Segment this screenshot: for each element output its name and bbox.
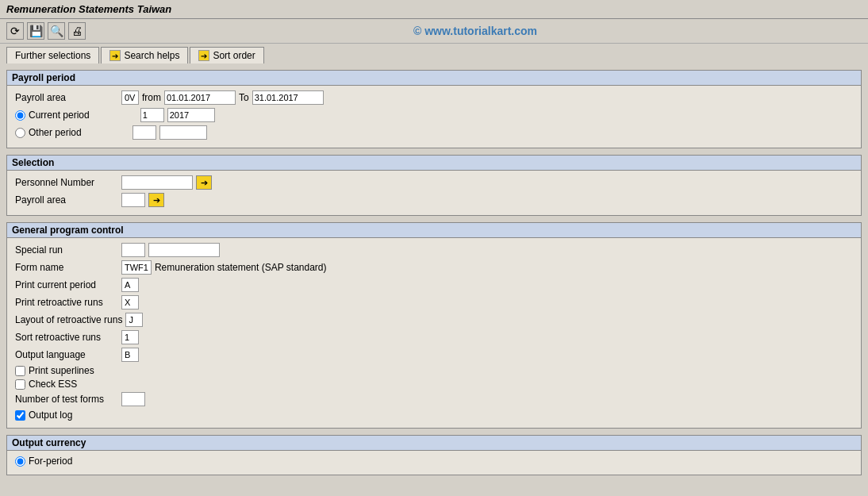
from-label: from <box>142 92 161 103</box>
num-test-forms-label: Number of test forms <box>15 394 118 405</box>
check-ess-row: Check ESS <box>15 379 853 390</box>
selection-body: Personnel Number ➔ Payroll area ➔ <box>7 171 861 215</box>
tab-sort-order[interactable]: ➔ Sort order <box>190 47 263 63</box>
payroll-area-selection-input[interactable] <box>121 193 145 207</box>
other-period-radio-label[interactable]: Other period <box>15 127 82 138</box>
layout-retro-value[interactable]: J <box>125 313 143 327</box>
special-run-label: Special run <box>15 244 118 256</box>
for-period-radio[interactable] <box>15 456 25 467</box>
save-icon[interactable]: 💾 <box>27 22 44 40</box>
personnel-number-arrow-btn[interactable]: ➔ <box>196 175 212 190</box>
output-currency-header: Output currency <box>7 436 861 451</box>
payroll-area-value[interactable]: 0V <box>121 90 139 105</box>
general-program-control-body: Special run Form name TWF1 Remuneration … <box>7 238 861 428</box>
output-lang-row: Output language B <box>15 348 853 362</box>
other-period-radio[interactable] <box>15 128 25 138</box>
sort-order-label: Sort order <box>213 50 255 61</box>
payroll-period-header: Payroll period <box>7 71 861 86</box>
personnel-number-row: Personnel Number ➔ <box>15 175 853 190</box>
further-selections-label: Further selections <box>15 50 90 61</box>
to-date-input[interactable] <box>252 90 324 105</box>
tab-bar: Further selections ➔ Search helps ➔ Sort… <box>0 44 868 67</box>
tab-further-selections[interactable]: Further selections <box>6 47 99 63</box>
form-name-value[interactable]: TWF1 <box>121 260 152 275</box>
output-currency-body: For-period <box>7 451 861 475</box>
sort-retro-label: Sort retroactive runs <box>15 332 118 343</box>
current-period-year-input[interactable] <box>167 108 215 122</box>
print-retro-label: Print retroactive runs <box>15 297 118 308</box>
payroll-period-section: Payroll period Payroll area 0V from To C… <box>6 70 862 148</box>
payroll-period-body: Payroll area 0V from To Current period <box>7 86 861 148</box>
output-log-row: Output log <box>15 409 853 421</box>
payroll-area-label: Payroll area <box>15 92 118 103</box>
selection-header: Selection <box>7 156 861 171</box>
special-run-input1[interactable] <box>121 243 145 257</box>
other-period-num-input[interactable] <box>133 125 156 140</box>
other-period-label: Other period <box>29 127 82 138</box>
check-ess-checkbox[interactable] <box>15 379 25 390</box>
output-log-label: Output log <box>29 409 72 421</box>
form-name-label: Form name <box>15 262 118 273</box>
special-run-input2[interactable] <box>148 243 220 257</box>
sort-order-arrow-icon: ➔ <box>198 50 209 61</box>
output-lang-label: Output language <box>15 349 118 360</box>
title-bar: Remuneration Statements Taiwan <box>0 0 868 19</box>
for-period-radio-label[interactable]: For-period <box>15 456 72 467</box>
layout-retro-label: Layout of retroactive runs <box>15 314 122 325</box>
main-content: Payroll period Payroll area 0V from To C… <box>0 67 868 485</box>
find-icon[interactable]: 🔍 <box>48 22 65 40</box>
sort-retro-value[interactable]: 1 <box>121 330 139 344</box>
page-title: Remuneration Statements Taiwan <box>6 3 171 15</box>
current-period-num-input[interactable] <box>140 108 164 122</box>
layout-retro-row: Layout of retroactive runs J <box>15 313 853 327</box>
recurrence-icon[interactable]: ⟳ <box>6 22 24 40</box>
personnel-number-input[interactable] <box>121 175 193 190</box>
selection-section: Selection Personnel Number ➔ Payroll are… <box>6 155 862 216</box>
output-currency-section: Output currency For-period <box>6 435 862 475</box>
payroll-area-selection-label: Payroll area <box>15 194 118 206</box>
watermark: © www.tutorialkart.com <box>89 25 862 37</box>
print-superlines-label: Print superlines <box>29 365 94 376</box>
current-period-radio-label[interactable]: Current period <box>15 110 90 121</box>
other-period-row: Other period <box>15 125 853 140</box>
to-label: To <box>239 92 249 103</box>
print-current-value[interactable]: A <box>121 278 139 292</box>
num-test-forms-input[interactable] <box>121 392 145 406</box>
num-test-forms-row: Number of test forms <box>15 392 853 406</box>
output-log-checkbox[interactable] <box>15 410 25 421</box>
tab-search-helps[interactable]: ➔ Search helps <box>101 47 188 63</box>
print-retro-row: Print retroactive runs X <box>15 295 853 310</box>
payroll-area-row: Payroll area 0V from To <box>15 90 853 105</box>
payroll-area-selection-row: Payroll area ➔ <box>15 193 853 207</box>
other-period-year-input[interactable] <box>159 125 207 140</box>
form-name-row: Form name TWF1 Remuneration statement (S… <box>15 260 853 275</box>
for-period-row: For-period <box>15 456 853 467</box>
current-period-radio[interactable] <box>15 110 25 121</box>
search-helps-label: Search helps <box>124 50 179 61</box>
personnel-number-label: Personnel Number <box>15 177 118 188</box>
print-superlines-row: Print superlines <box>15 365 853 376</box>
from-date-input[interactable] <box>164 90 236 105</box>
special-run-row: Special run <box>15 243 853 257</box>
print-icon[interactable]: 🖨 <box>68 22 86 40</box>
current-period-label: Current period <box>29 110 90 121</box>
toolbar: ⟳ 💾 🔍 🖨 © www.tutorialkart.com <box>0 19 868 44</box>
print-current-label: Print current period <box>15 279 118 290</box>
for-period-label: For-period <box>29 456 72 467</box>
check-ess-label: Check ESS <box>29 379 77 390</box>
search-helps-arrow-icon: ➔ <box>109 50 121 61</box>
output-lang-value[interactable]: B <box>121 348 139 362</box>
sort-retro-row: Sort retroactive runs 1 <box>15 330 853 344</box>
print-retro-value[interactable]: X <box>121 295 139 310</box>
print-current-row: Print current period A <box>15 278 853 292</box>
general-program-control-header: General program control <box>7 223 861 238</box>
current-period-row: Current period <box>15 108 853 122</box>
general-program-control-section: General program control Special run Form… <box>6 222 862 429</box>
print-superlines-checkbox[interactable] <box>15 366 25 376</box>
payroll-area-arrow-btn[interactable]: ➔ <box>148 193 164 207</box>
form-name-desc: Remuneration statement (SAP standard) <box>155 262 327 273</box>
